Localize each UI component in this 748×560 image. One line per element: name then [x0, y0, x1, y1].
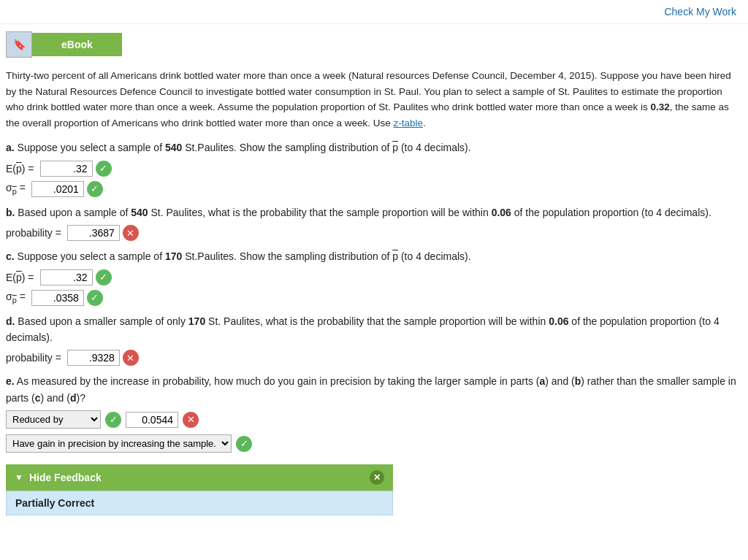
hide-feedback-label: Hide Feedback	[29, 472, 102, 483]
part-b-prob-row: probability = ✕	[6, 225, 739, 241]
feedback-triangle-icon: ▼	[15, 472, 23, 483]
part-a-section: a. Suppose you select a sample of 540 St…	[6, 139, 739, 196]
part-b-prob-label: probability =	[6, 227, 61, 239]
part-c-section: c. Suppose you select a sample of 170 St…	[6, 248, 739, 305]
part-e-value-input[interactable]	[126, 412, 178, 428]
part-a-sigma-row: σp = ✓	[6, 181, 739, 197]
part-d-question: d. Based upon a smaller sample of only 1…	[6, 313, 739, 346]
part-d-prob-label: probability =	[6, 352, 61, 364]
part-e-dropdown2-correct-icon: ✓	[236, 436, 252, 452]
part-e-section: e. As measured by the increase in probab…	[6, 373, 739, 453]
part-b-prob-input[interactable]	[67, 225, 120, 241]
part-d-section: d. Based upon a smaller sample of only 1…	[6, 313, 739, 367]
problem-text: Thirty-two percent of all Americans drin…	[6, 68, 739, 131]
part-c-question: c. Suppose you select a sample of 170 St…	[6, 248, 739, 264]
part-a-ep-correct-icon: ✓	[96, 161, 112, 177]
part-e-dropdown1[interactable]: Reduced by Increased by	[6, 410, 101, 429]
part-a-question: a. Suppose you select a sample of 540 St…	[6, 139, 739, 156]
part-c-ep-input[interactable]	[40, 269, 93, 285]
part-a-ep-label: E(p) =	[6, 163, 34, 174]
z-table-link[interactable]: z-table	[394, 118, 424, 129]
book-icon: 🔖	[13, 39, 26, 50]
part-b-prob-incorrect-icon: ✕	[123, 225, 139, 241]
part-b-label: b.	[6, 207, 15, 218]
part-c-ep-correct-icon: ✓	[96, 269, 112, 285]
part-b-question: b. Based upon a sample of 540 St. Paulit…	[6, 204, 739, 220]
check-my-work-link[interactable]: Check My Work	[664, 6, 736, 18]
ebook-bar: 🔖 eBook	[6, 31, 742, 58]
part-e-row2: Have gain in precision by increasing the…	[6, 434, 739, 453]
part-d-prob-incorrect-icon: ✕	[123, 350, 139, 366]
part-d-prob-row: probability = ✕	[6, 350, 739, 366]
part-c-sigma-input[interactable]	[31, 290, 84, 306]
part-a-sigma-correct-icon: ✓	[87, 181, 103, 197]
ebook-icon: 🔖	[6, 31, 32, 58]
part-e-question: e. As measured by the increase in probab…	[6, 373, 739, 406]
part-e-dropdown2[interactable]: Have gain in precision by increasing the…	[6, 434, 232, 453]
part-c-sigma-row: σp = ✓	[6, 290, 739, 306]
part-c-sigma-correct-icon: ✓	[87, 290, 103, 306]
close-icon: ✕	[373, 472, 381, 483]
part-a-sigma-input[interactable]	[31, 181, 84, 197]
part-c-ep-label: E(p) =	[6, 272, 34, 283]
part-a-sigma-label: σp =	[6, 182, 26, 196]
part-a-label: a.	[6, 142, 15, 153]
part-c-sigma-label: σp =	[6, 291, 26, 304]
part-c-ep-row: E(p) = ✓	[6, 269, 739, 285]
feedback-bar: ▼ Hide Feedback ✕	[6, 464, 393, 491]
hide-feedback-close-button[interactable]: ✕	[370, 470, 384, 485]
ebook-button[interactable]: eBook	[32, 33, 122, 56]
partially-correct-label: Partially Correct	[15, 497, 94, 509]
partially-correct-bar: Partially Correct	[6, 491, 393, 515]
part-a-ep-input[interactable]	[40, 161, 93, 177]
main-content: Thirty-two percent of all Americans drin…	[0, 65, 745, 527]
part-b-section: b. Based upon a sample of 540 St. Paulit…	[6, 204, 739, 241]
part-e-dropdown1-correct-icon: ✓	[105, 412, 121, 428]
part-c-label: c.	[6, 250, 15, 262]
part-d-label: d.	[6, 315, 15, 327]
part-e-value-incorrect-icon: ✕	[183, 412, 199, 428]
part-a-ep-row: E(p) = ✓	[6, 161, 739, 177]
part-e-label: e.	[6, 375, 15, 387]
part-e-row1: Reduced by Increased by ✓ ✕	[6, 410, 739, 429]
part-d-prob-input[interactable]	[67, 350, 120, 366]
top-bar: Check My Work	[0, 0, 748, 24]
